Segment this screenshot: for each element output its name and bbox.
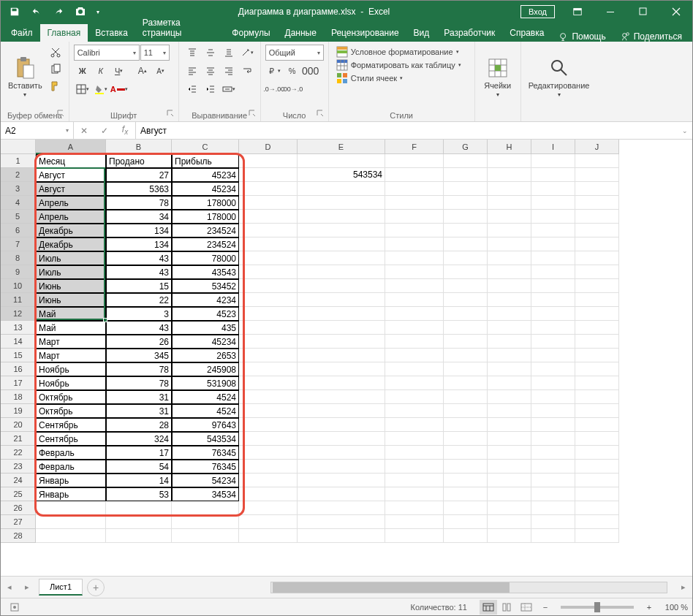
cell[interactable]	[531, 418, 575, 432]
decrease-decimal-button[interactable]: .00→.0	[284, 81, 301, 97]
cell[interactable]	[106, 501, 172, 515]
row-header[interactable]: 6	[1, 224, 36, 237]
column-header[interactable]: B	[106, 140, 172, 154]
cell[interactable]	[36, 515, 106, 529]
clipboard-dialog-launcher[interactable]	[57, 110, 66, 118]
cell[interactable]	[239, 432, 298, 446]
cell[interactable]	[488, 224, 531, 237]
cell[interactable]	[239, 349, 298, 362]
row-header[interactable]: 10	[1, 279, 36, 293]
cell[interactable]	[385, 307, 444, 321]
column-header[interactable]: C	[172, 140, 239, 154]
cell[interactable]: Месяц	[36, 154, 106, 168]
row-header[interactable]: 24	[1, 474, 36, 487]
cell[interactable]: 31	[106, 404, 172, 418]
cell[interactable]: 3	[106, 307, 172, 321]
cell[interactable]	[239, 515, 298, 529]
cell[interactable]	[239, 293, 298, 307]
cell[interactable]	[488, 168, 531, 182]
cell[interactable]	[531, 335, 575, 349]
cell[interactable]	[385, 501, 444, 515]
cell[interactable]	[444, 224, 488, 237]
cell[interactable]	[172, 501, 239, 515]
cell[interactable]	[239, 168, 298, 182]
cell[interactable]	[488, 349, 531, 362]
cell[interactable]	[531, 376, 575, 390]
align-top-button[interactable]	[183, 45, 201, 61]
format-painter-button[interactable]	[47, 78, 64, 94]
cell[interactable]	[444, 210, 488, 224]
cell[interactable]	[575, 196, 619, 210]
number-format-combo[interactable]: Общий▾	[265, 45, 324, 61]
cell[interactable]	[575, 168, 619, 182]
cell[interactable]	[488, 390, 531, 404]
align-center-button[interactable]	[202, 63, 219, 79]
cell[interactable]	[575, 529, 619, 543]
row-header[interactable]: 16	[1, 362, 36, 376]
cell[interactable]: 76345	[172, 446, 239, 460]
cell[interactable]	[385, 362, 444, 376]
share-button[interactable]: Поделиться	[613, 31, 689, 42]
cell[interactable]	[444, 446, 488, 460]
cell[interactable]	[488, 404, 531, 418]
cell[interactable]: Январь	[36, 487, 106, 501]
camera-icon[interactable]	[71, 3, 90, 20]
font-color-button[interactable]: A▾	[110, 81, 128, 97]
cell[interactable]	[575, 154, 619, 168]
cell[interactable]	[385, 321, 444, 335]
cell[interactable]	[239, 404, 298, 418]
row-header[interactable]: 15	[1, 349, 36, 362]
column-header[interactable]: I	[531, 140, 575, 154]
cell[interactable]	[239, 279, 298, 293]
row-header[interactable]: 17	[1, 376, 36, 390]
cell[interactable]: 78	[106, 362, 172, 376]
select-all-corner[interactable]	[1, 140, 36, 154]
cell[interactable]	[239, 307, 298, 321]
cell[interactable]	[575, 474, 619, 487]
cell[interactable]	[298, 335, 385, 349]
cell[interactable]	[385, 182, 444, 196]
row-header[interactable]: 21	[1, 432, 36, 446]
row-header[interactable]: 19	[1, 404, 36, 418]
cell[interactable]	[106, 529, 172, 543]
cell[interactable]	[298, 376, 385, 390]
cell[interactable]: 245908	[172, 362, 239, 376]
align-bottom-button[interactable]	[220, 45, 238, 61]
cell[interactable]	[444, 321, 488, 335]
tab-page-layout[interactable]: Разметка страницы	[135, 14, 225, 42]
cell[interactable]	[575, 390, 619, 404]
save-button[interactable]	[5, 3, 24, 20]
cell[interactable]	[531, 432, 575, 446]
cell[interactable]: 76345	[172, 460, 239, 474]
cell[interactable]	[531, 196, 575, 210]
cell[interactable]: 14	[106, 474, 172, 487]
cell[interactable]	[239, 474, 298, 487]
insert-function-button[interactable]: fx	[115, 124, 135, 136]
cell[interactable]	[385, 265, 444, 279]
cell[interactable]	[575, 335, 619, 349]
cell[interactable]	[444, 432, 488, 446]
row-header[interactable]: 26	[1, 501, 36, 515]
cell[interactable]	[385, 376, 444, 390]
cell[interactable]	[298, 307, 385, 321]
maximize-button[interactable]	[626, 1, 659, 23]
cell[interactable]	[531, 210, 575, 224]
cell[interactable]	[444, 404, 488, 418]
view-page-layout-button[interactable]	[499, 600, 516, 615]
cell[interactable]: 34534	[172, 487, 239, 501]
cell[interactable]	[531, 265, 575, 279]
increase-font-button[interactable]: A▴	[134, 63, 151, 79]
cell[interactable]	[575, 293, 619, 307]
cell[interactable]	[444, 251, 488, 265]
cell[interactable]	[239, 321, 298, 335]
cell[interactable]	[488, 487, 531, 501]
cell[interactable]: Сентябрь	[36, 418, 106, 432]
cell[interactable]	[531, 515, 575, 529]
cell[interactable]	[385, 210, 444, 224]
scroll-right-icon[interactable]: ▸	[675, 579, 692, 596]
row-header[interactable]: 20	[1, 418, 36, 432]
cell[interactable]: Май	[36, 321, 106, 335]
cell[interactable]: Март	[36, 335, 106, 349]
cell[interactable]	[239, 390, 298, 404]
cell[interactable]	[444, 182, 488, 196]
